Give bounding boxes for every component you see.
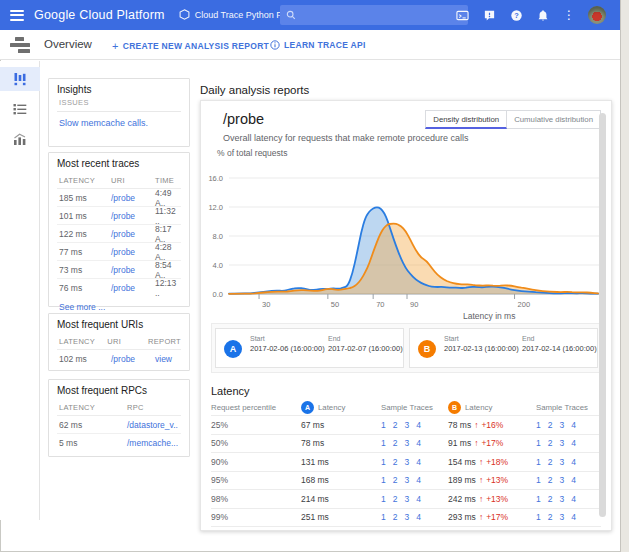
- sample-trace-link[interactable]: 4: [571, 494, 576, 504]
- sample-trace-link[interactable]: 4: [571, 475, 576, 485]
- sample-trace-link[interactable]: 1: [536, 494, 541, 504]
- view-report-link[interactable]: view: [155, 354, 181, 364]
- report-title: /probe: [223, 111, 264, 127]
- sample-trace-link[interactable]: 4: [571, 438, 576, 448]
- sample-trace-links[interactable]: 1234: [536, 494, 601, 504]
- sample-trace-links[interactable]: 1234: [536, 512, 601, 522]
- sample-trace-link[interactable]: 3: [559, 438, 564, 448]
- sample-trace-link[interactable]: 3: [404, 475, 409, 485]
- sample-trace-links[interactable]: 1234: [536, 420, 601, 430]
- search-bar[interactable]: [280, 5, 468, 25]
- sample-trace-link[interactable]: 4: [416, 420, 421, 430]
- trace-uri-link[interactable]: /probe: [111, 265, 155, 275]
- nav-analysis-reports-icon[interactable]: [0, 127, 40, 151]
- range-a-card: A Start 2017-02-06 (16:00:00) End 2017-0…: [215, 328, 404, 368]
- trace-uri-link[interactable]: /probe: [111, 283, 155, 293]
- sample-trace-link[interactable]: 1: [381, 420, 386, 430]
- sample-trace-links[interactable]: 1234: [381, 438, 448, 448]
- tab-cumulative-distribution[interactable]: Cumulative distribution: [507, 110, 601, 129]
- sample-trace-links[interactable]: 1234: [536, 438, 601, 448]
- sample-trace-links[interactable]: 1234: [381, 512, 448, 522]
- sample-trace-link[interactable]: 3: [404, 512, 409, 522]
- sample-trace-link[interactable]: 2: [393, 438, 398, 448]
- search-input[interactable]: [301, 10, 462, 20]
- card-scrollbar[interactable]: [599, 113, 606, 517]
- sample-trace-link[interactable]: 3: [404, 420, 409, 430]
- sample-trace-link[interactable]: 2: [393, 494, 398, 504]
- cloud-shell-icon[interactable]: [455, 8, 469, 22]
- sample-trace-link[interactable]: 1: [536, 438, 541, 448]
- sample-trace-link[interactable]: 1: [381, 475, 386, 485]
- sample-trace-link[interactable]: 2: [548, 475, 553, 485]
- sample-trace-link[interactable]: 4: [571, 420, 576, 430]
- sample-trace-link[interactable]: 2: [548, 494, 553, 504]
- trace-uri-link[interactable]: /probe: [111, 247, 155, 257]
- sample-trace-link[interactable]: 3: [559, 420, 564, 430]
- plus-icon: +: [112, 40, 119, 52]
- create-report-button[interactable]: + CREATE NEW ANALYSIS REPORT: [112, 40, 269, 52]
- avatar[interactable]: [588, 6, 606, 24]
- sample-trace-link[interactable]: 2: [393, 457, 398, 467]
- sample-trace-link[interactable]: 2: [393, 475, 398, 485]
- sample-trace-link[interactable]: 1: [381, 494, 386, 504]
- sample-trace-link[interactable]: 4: [416, 438, 421, 448]
- learn-trace-api-button[interactable]: LEARN TRACE API: [270, 40, 366, 50]
- sample-trace-link[interactable]: 4: [416, 457, 421, 467]
- up-arrow-icon: ↑: [479, 457, 483, 467]
- sample-trace-link[interactable]: 1: [381, 512, 386, 522]
- sample-trace-links[interactable]: 1234: [381, 420, 448, 430]
- sample-trace-link[interactable]: 1: [381, 438, 386, 448]
- sample-trace-link[interactable]: 2: [393, 420, 398, 430]
- sample-trace-link[interactable]: 2: [548, 457, 553, 467]
- nav-overview-icon[interactable]: [0, 67, 40, 91]
- sample-trace-link[interactable]: 4: [416, 512, 421, 522]
- sample-trace-link[interactable]: 2: [548, 420, 553, 430]
- rpc-link[interactable]: /memcache...: [127, 438, 181, 448]
- end-label: End: [328, 335, 403, 342]
- sample-trace-link[interactable]: 2: [548, 438, 553, 448]
- insight-link[interactable]: Slow memcache calls.: [57, 112, 181, 128]
- feedback-icon[interactable]: [482, 8, 496, 22]
- sample-trace-link[interactable]: 4: [571, 512, 576, 522]
- sample-trace-link[interactable]: 1: [536, 475, 541, 485]
- sample-trace-link[interactable]: 2: [548, 512, 553, 522]
- up-arrow-icon: ↑: [474, 438, 478, 448]
- sample-trace-link[interactable]: 3: [404, 438, 409, 448]
- help-icon[interactable]: ?: [509, 8, 523, 22]
- sample-trace-links[interactable]: 1234: [536, 457, 601, 467]
- more-options-icon[interactable]: ⋮: [563, 9, 575, 21]
- sample-trace-link[interactable]: 3: [559, 457, 564, 467]
- sample-trace-link[interactable]: 4: [571, 457, 576, 467]
- sample-trace-link[interactable]: 3: [559, 475, 564, 485]
- sample-trace-links[interactable]: 1234: [381, 475, 448, 485]
- menu-icon[interactable]: [0, 10, 34, 21]
- sample-trace-links[interactable]: 1234: [536, 475, 601, 485]
- sample-trace-link[interactable]: 1: [381, 457, 386, 467]
- rpc-link[interactable]: /datastore_v..: [127, 420, 181, 430]
- see-more-link[interactable]: See more ...: [57, 297, 181, 313]
- sample-trace-links[interactable]: 1234: [381, 457, 448, 467]
- sample-trace-link[interactable]: 3: [559, 494, 564, 504]
- sample-trace-link[interactable]: 3: [404, 494, 409, 504]
- tab-density-distribution[interactable]: Density distribution: [425, 110, 507, 129]
- trace-uri-link[interactable]: /probe: [111, 229, 155, 239]
- nav-trace-list-icon[interactable]: [0, 97, 40, 121]
- sample-trace-link[interactable]: 2: [393, 512, 398, 522]
- sample-trace-link[interactable]: 1: [536, 457, 541, 467]
- notifications-icon[interactable]: [536, 8, 550, 22]
- sample-trace-link[interactable]: 4: [416, 494, 421, 504]
- badge-a: A: [224, 340, 242, 358]
- card-title: Insights: [57, 84, 181, 95]
- sample-trace-link[interactable]: 3: [559, 512, 564, 522]
- table-row: 101 ms/probe11:32 ..: [57, 207, 181, 225]
- sample-trace-link[interactable]: 1: [536, 512, 541, 522]
- sample-trace-link[interactable]: 4: [416, 475, 421, 485]
- sample-trace-link[interactable]: 3: [404, 457, 409, 467]
- sample-trace-link[interactable]: 1: [536, 420, 541, 430]
- card-title: Most frequent RPCs: [57, 385, 181, 396]
- sample-trace-links[interactable]: 1234: [381, 494, 448, 504]
- trace-uri-link[interactable]: /probe: [111, 211, 155, 221]
- card-title: Most recent traces: [57, 158, 181, 169]
- trace-uri-link[interactable]: /probe: [111, 193, 155, 203]
- uri-link[interactable]: /probe: [111, 354, 155, 364]
